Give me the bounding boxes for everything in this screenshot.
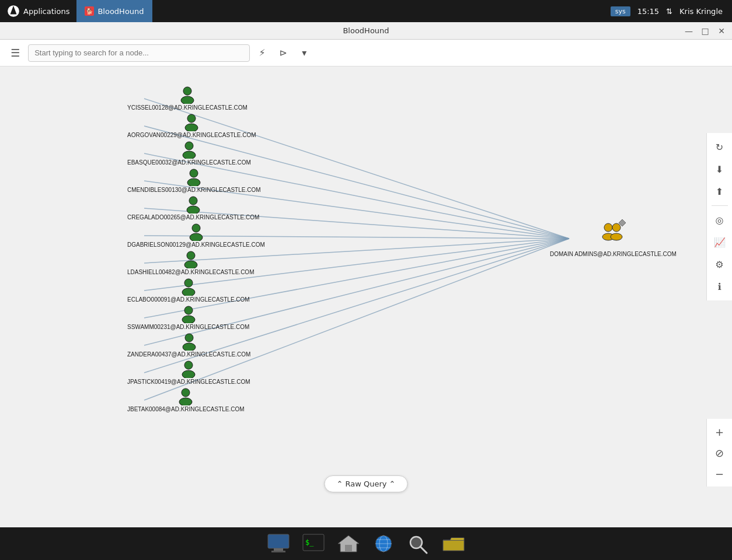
window-title: BloodHound — [343, 26, 389, 35]
settings-button[interactable]: ⚙ — [709, 254, 730, 275]
zoom-controls: + ⊘ − — [706, 419, 732, 487]
search-magnify-icon — [406, 532, 431, 555]
svg-point-16 — [185, 124, 198, 131]
svg-point-22 — [187, 206, 200, 214]
node-cregalado[interactable]: CREGALADO00265@AD.KRINGLECASTLE.COM — [127, 195, 259, 220]
node-label-jbetak: JBETAK00084@AD.KRINGLECASTLE.COM — [127, 406, 245, 412]
user-node-icon — [179, 359, 198, 378]
node-jbetak[interactable]: JBETAK00084@AD.KRINGLECASTLE.COM — [127, 387, 245, 412]
svg-point-18 — [183, 151, 196, 159]
svg-point-36 — [179, 398, 192, 405]
target-button[interactable]: ◎ — [709, 209, 730, 230]
upload-button[interactable]: ⬆ — [709, 181, 730, 202]
chart-button[interactable]: 📈 — [709, 232, 730, 253]
svg-rect-48 — [345, 545, 352, 552]
svg-point-28 — [182, 288, 195, 296]
svg-rect-43 — [274, 548, 283, 551]
taskbar-globe[interactable] — [368, 530, 399, 558]
zoom-in-button[interactable]: + — [709, 421, 730, 442]
svg-point-13 — [183, 87, 191, 95]
node-label-sswamm: SSWAMM00231@AD.KRINGLECASTLE.COM — [127, 324, 249, 330]
user-node-icon — [184, 167, 203, 186]
svg-point-19 — [190, 169, 198, 177]
taskbar-home[interactable] — [333, 530, 364, 558]
svg-point-26 — [184, 261, 197, 268]
graph-area: YCISSEL00128@AD.KRINGLECASTLE.COM AORGOV… — [0, 66, 732, 527]
node-ycissel[interactable]: YCISSEL00128@AD.KRINGLECASTLE.COM — [127, 85, 248, 111]
svg-point-14 — [181, 96, 194, 104]
svg-point-24 — [190, 233, 203, 241]
system-bar: Applications 🐕 BloodHound sys 15:15 ⇅ Kr… — [0, 0, 732, 22]
refresh-button[interactable]: ↻ — [709, 136, 730, 158]
node-jpastick[interactable]: JPASTICK00419@AD.KRINGLECASTLE.COM — [127, 359, 250, 385]
node-ebasque[interactable]: EBASQUE00032@AD.KRINGLECASTLE.COM — [127, 140, 251, 166]
terminal-icon: $_ — [301, 532, 326, 555]
search-input[interactable] — [28, 44, 250, 62]
user-node-icon — [182, 250, 200, 268]
node-label-cmendibles: CMENDIBLES00130@AD.KRINGLECASTLE.COM — [127, 187, 261, 193]
node-zandera[interactable]: ZANDERA00437@AD.KRINGLECASTLE.COM — [127, 332, 250, 358]
window-controls: — □ ✕ — [683, 25, 727, 37]
hamburger-menu-button[interactable]: ☰ — [6, 44, 25, 61]
svg-point-23 — [192, 224, 200, 232]
globe-icon — [371, 532, 396, 555]
bloodhound-tab[interactable]: 🐕 BloodHound — [76, 0, 152, 22]
user-node-icon — [180, 332, 198, 351]
side-divider-1 — [712, 205, 728, 206]
kali-logo-icon — [7, 5, 20, 18]
app-launcher[interactable]: Applications — [0, 0, 76, 22]
zoom-reset-button[interactable]: ⊘ — [709, 442, 730, 463]
taskbar-terminal[interactable]: $_ — [298, 530, 329, 558]
svg-text:$_: $_ — [305, 538, 314, 547]
user-node-icon — [180, 140, 198, 159]
node-label-cregalado: CREGALADO00265@AD.KRINGLECASTLE.COM — [127, 214, 259, 220]
app-launcher-label[interactable]: Applications — [23, 7, 69, 16]
svg-point-29 — [184, 306, 193, 314]
maximize-button[interactable]: □ — [699, 25, 711, 37]
svg-line-56 — [420, 547, 427, 553]
minimize-button[interactable]: — — [683, 25, 695, 37]
close-button[interactable]: ✕ — [716, 25, 727, 37]
group-node-icon — [597, 217, 629, 250]
node-label-dgabrielson: DGABRIELSON00129@AD.KRINGLECASTLE.COM — [127, 242, 265, 248]
system-time: 15:15 — [637, 7, 659, 16]
taskbar-display[interactable] — [263, 530, 294, 558]
node-label-zandera: ZANDERA00437@AD.KRINGLECASTLE.COM — [127, 351, 250, 358]
bloodhound-tab-icon: 🐕 — [85, 6, 94, 16]
node-sswamm[interactable]: SSWAMM00231@AD.KRINGLECASTLE.COM — [127, 304, 249, 330]
svg-point-31 — [185, 334, 193, 342]
raw-query-label: ⌃ Raw Query ⌃ — [336, 480, 395, 488]
node-aorgovan[interactable]: AORGOVAN00229@AD.KRINGLECASTLE.COM — [127, 113, 256, 138]
user-node-icon — [179, 304, 198, 323]
node-eclabo[interactable]: ECLABO000091@AD.KRINGLECASTLE.COM — [127, 277, 250, 303]
window-titlebar: BloodHound — □ ✕ — [0, 22, 732, 40]
system-user: Kris Kringle — [679, 7, 723, 16]
node-domain-admins[interactable]: DOMAIN ADMINS@AD.KRINGLECASTLE.COM — [550, 217, 677, 257]
node-label-jpastick: JPASTICK00419@AD.KRINGLECASTLE.COM — [127, 379, 250, 385]
node-dgabrielson[interactable]: DGABRIELSON00129@AD.KRINGLECASTLE.COM — [127, 222, 265, 248]
user-node-icon — [176, 387, 195, 405]
download-button[interactable]: ⬇ — [709, 159, 730, 180]
node-label-ycissel: YCISSEL00128@AD.KRINGLECASTLE.COM — [127, 104, 248, 111]
node-cmendibles[interactable]: CMENDIBLES00130@AD.KRINGLECASTLE.COM — [127, 167, 261, 193]
node-label-ebasque: EBASQUE00032@AD.KRINGLECASTLE.COM — [127, 159, 251, 166]
folder-icon — [441, 532, 466, 555]
taskbar-folder[interactable] — [438, 530, 469, 558]
zoom-out-button[interactable]: − — [709, 463, 730, 484]
svg-point-34 — [182, 370, 195, 378]
info-button[interactable]: ℹ — [709, 276, 730, 297]
node-ldashiell[interactable]: LDASHIELL00482@AD.KRINGLECASTLE.COM — [127, 250, 254, 275]
raw-query-bar[interactable]: ⌃ Raw Query ⌃ — [324, 475, 407, 492]
user-node-icon — [187, 222, 205, 241]
svg-point-33 — [184, 361, 193, 369]
user-node-icon — [182, 113, 201, 131]
svg-rect-44 — [271, 551, 285, 552]
svg-point-32 — [183, 343, 196, 351]
bolt-button[interactable]: ⚡ — [253, 44, 271, 62]
system-bar-right: sys 15:15 ⇅ Kris Kringle — [611, 6, 732, 16]
bookmark-button[interactable]: ⊳ — [274, 44, 292, 62]
filter-button[interactable]: ▾ — [295, 44, 313, 62]
taskbar-search[interactable] — [403, 530, 434, 558]
side-toolbar: ↻ ⬇ ⬆ ◎ 📈 ⚙ ℹ — [706, 133, 732, 300]
sys-button[interactable]: sys — [611, 6, 630, 16]
